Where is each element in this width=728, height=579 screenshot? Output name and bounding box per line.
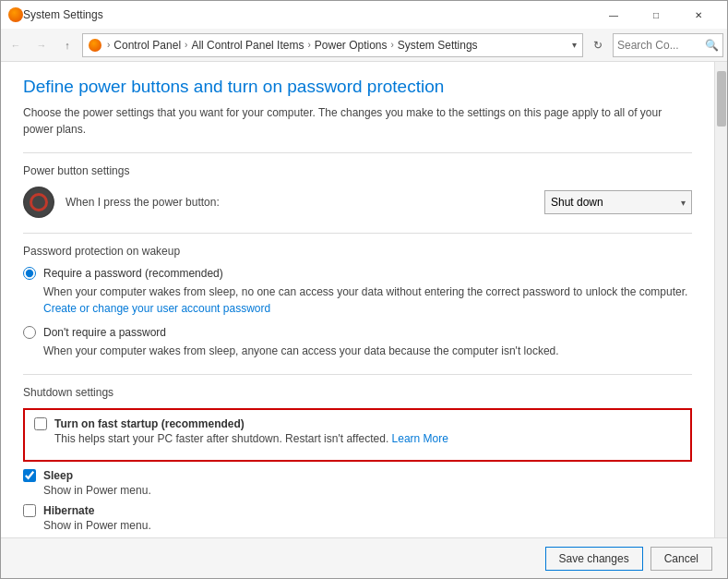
footer: Save changes Cancel [1, 537, 727, 578]
breadcrumb-bar: › Control Panel › All Control Panel Item… [82, 33, 583, 57]
title-bar: System Settings — □ ✕ [1, 1, 727, 29]
fast-startup-checkbox[interactable] [34, 417, 47, 430]
power-button-prompt: When I press the power button: [66, 196, 533, 209]
address-bar: ← → ↑ › Control Panel › All Control Pane… [1, 29, 727, 62]
require-password-desc: When your computer wakes from sleep, no … [43, 283, 692, 317]
power-icon [23, 187, 54, 218]
window-icon [8, 7, 23, 22]
hibernate-label: Hibernate [43, 504, 94, 517]
save-changes-button[interactable]: Save changes [545, 547, 643, 571]
require-password-option: Require a password (recommended) When yo… [23, 267, 692, 317]
sleep-checkbox[interactable] [23, 469, 36, 482]
scrollbar-thumb[interactable] [717, 71, 726, 127]
dropdown-arrow-icon: ▾ [681, 198, 686, 208]
fast-startup-row: Turn on fast startup (recommended) [34, 417, 681, 430]
breadcrumb-power-options[interactable]: Power Options [315, 39, 388, 52]
refresh-button[interactable]: ↻ [587, 34, 609, 56]
create-password-link[interactable]: Create or change your user account passw… [43, 302, 270, 315]
cancel-button[interactable]: Cancel [650, 547, 712, 571]
sleep-label: Sleep [43, 469, 73, 482]
power-action-dropdown[interactable]: Shut down ▾ [544, 190, 692, 214]
up-button[interactable]: ↑ [56, 34, 78, 56]
forward-button[interactable]: → [30, 34, 53, 56]
shutdown-section: Shutdown settings Turn on fast startup (… [23, 386, 692, 537]
window-title: System Settings [23, 8, 592, 21]
page-description: Choose the power settings that you want … [23, 104, 692, 138]
main-content: Define power buttons and turn on passwor… [1, 62, 727, 537]
require-password-row: Require a password (recommended) [23, 267, 692, 280]
require-password-radio[interactable] [23, 267, 36, 280]
fast-startup-item: Turn on fast startup (recommended) This … [34, 417, 681, 445]
hibernate-row: Hibernate [23, 504, 692, 517]
fast-startup-box: Turn on fast startup (recommended) This … [23, 408, 692, 462]
dropdown-value: Shut down [551, 196, 603, 209]
divider-1 [23, 152, 692, 153]
sleep-row: Sleep [23, 469, 692, 482]
maximize-button[interactable]: □ [635, 1, 677, 29]
fast-startup-label: Turn on fast startup (recommended) [54, 417, 245, 430]
password-section-label: Password protection on wakeup [23, 245, 692, 258]
divider-2 [23, 233, 692, 234]
power-icon-ring [30, 193, 48, 211]
search-box[interactable]: 🔍 [613, 33, 723, 57]
window-controls: — □ ✕ [592, 1, 720, 29]
breadcrumb-current: System Settings [398, 39, 478, 52]
fast-startup-desc: This helps start your PC faster after sh… [54, 432, 681, 445]
power-button-label: Power button settings [23, 164, 692, 177]
search-input[interactable] [617, 39, 701, 52]
no-password-label: Don't require a password [43, 326, 166, 339]
no-password-desc: When your computer wakes from sleep, any… [43, 343, 692, 359]
power-button-section: Power button settings When I press the p… [23, 164, 692, 218]
hibernate-checkbox[interactable] [23, 504, 36, 517]
sleep-item: Sleep Show in Power menu. [23, 469, 692, 497]
search-icon: 🔍 [705, 39, 719, 52]
content-area: Define power buttons and turn on passwor… [1, 62, 714, 537]
shutdown-section-label: Shutdown settings [23, 386, 692, 399]
hibernate-item: Hibernate Show in Power menu. [23, 504, 692, 532]
close-button[interactable]: ✕ [677, 1, 720, 29]
back-button[interactable]: ← [5, 34, 27, 56]
breadcrumb-control-panel[interactable]: Control Panel [113, 39, 181, 52]
learn-more-link[interactable]: Learn More [392, 432, 448, 445]
require-password-label: Require a password (recommended) [43, 267, 223, 280]
no-password-radio[interactable] [23, 326, 36, 339]
breadcrumb-icon [89, 39, 101, 52]
scrollbar-track[interactable] [714, 62, 727, 537]
breadcrumb-all-items[interactable]: All Control Panel Items [191, 39, 304, 52]
minimize-button[interactable]: — [592, 1, 635, 29]
no-password-option: Don't require a password When your compu… [23, 326, 692, 359]
page-title: Define power buttons and turn on passwor… [23, 77, 692, 97]
breadcrumb-dropdown-arrow[interactable]: ▾ [572, 40, 577, 50]
divider-3 [23, 374, 692, 375]
power-button-row: When I press the power button: Shut down… [23, 187, 692, 218]
sleep-desc: Show in Power menu. [43, 484, 692, 497]
window: System Settings — □ ✕ ← → ↑ › Control Pa… [0, 0, 728, 579]
password-section: Password protection on wakeup Require a … [23, 245, 692, 359]
no-password-row: Don't require a password [23, 326, 692, 339]
hibernate-desc: Show in Power menu. [43, 519, 692, 532]
